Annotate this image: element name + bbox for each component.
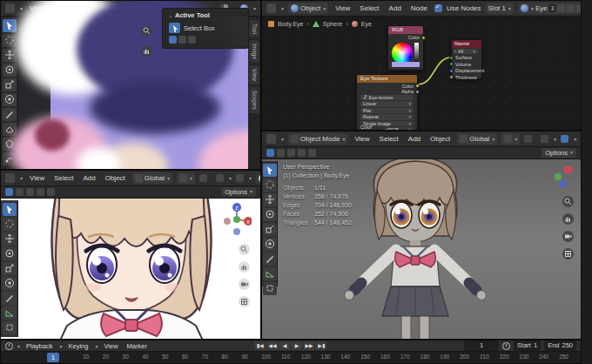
select-mode-intersect-icon[interactable] [47,188,55,196]
cursor-tool[interactable] [3,218,17,231]
rgb-node[interactable]: RGB Color [387,25,424,71]
gizmo-x-axis[interactable] [564,165,573,174]
show-gizmo-icon[interactable] [541,135,548,143]
shield-icon[interactable] [557,4,565,12]
current-frame-field[interactable]: 1 [464,340,499,351]
node-canvas[interactable]: Body.Eye Sphere Eye RGB Color [262,17,581,130]
auto-keying-icon[interactable] [502,342,510,350]
options-dropdown[interactable]: Options▾ [221,187,256,197]
menu-view[interactable]: View [352,135,372,143]
menu-node[interactable]: Node [408,4,430,12]
pan-hand-icon[interactable] [239,261,250,273]
transport-button[interactable]: ▶▶ [304,341,315,350]
playhead[interactable]: 1 [47,353,59,362]
side-tab[interactable]: Scopes [249,87,259,113]
side-tab[interactable]: Tool [249,20,259,37]
orthographic-toggle-icon[interactable] [239,296,250,307]
end-frame-field[interactable]: End250 [544,340,576,351]
menu-select[interactable]: Select [377,135,401,143]
select-mode-extend-icon[interactable] [178,36,186,44]
viewport-right-canvas[interactable]: User Perspective (1) Collection | Body.E… [262,159,581,339]
menu-object[interactable]: Object [103,174,128,182]
add-cube-tool[interactable] [3,321,17,334]
select-box-tool[interactable] [3,19,17,32]
unlink-material-icon[interactable] [576,4,582,12]
transform-tool[interactable] [3,277,17,290]
displacement-socket[interactable] [449,69,454,73]
mode-dropdown[interactable]: Object Mode▾ [288,133,347,145]
scale-tool[interactable] [3,262,17,275]
camera-view-icon[interactable] [562,231,574,242]
copy-material-icon[interactable] [567,4,575,12]
editor-type-shader-icon[interactable] [266,3,276,13]
editor-type-3dview-icon[interactable] [266,134,276,144]
proportional-editing-icon[interactable] [199,174,207,182]
menu-playback[interactable]: Playback [24,342,55,350]
material-datablock[interactable]: ▾ Eye 3 [518,3,582,14]
thickness-socket[interactable] [449,75,454,79]
grease-erase-tool[interactable] [3,123,17,136]
rgb-node-header[interactable]: RGB [388,26,423,34]
gizmo-y-axis[interactable] [555,173,562,180]
image-texture-header[interactable]: Eye Texture [357,75,417,83]
move-tool[interactable] [3,49,17,62]
menu-add[interactable]: Add [80,174,98,182]
transport-button[interactable]: ▶▮ [316,341,327,350]
texture-image-selector[interactable]: Eye-texture [360,95,414,101]
select-box-tool[interactable] [3,203,17,216]
camera-view-icon[interactable] [239,279,250,290]
volume-socket[interactable] [449,62,454,66]
material-output-header[interactable]: Material Output [452,40,481,48]
transform-tool[interactable] [263,238,277,251]
extension-dropdown[interactable]: Repeat▾ [360,114,414,120]
output-target-dropdown[interactable]: All▾ [455,49,478,55]
gizmo-x-neg[interactable] [224,218,231,225]
transform-orientation-dropdown[interactable]: Global▾ [457,133,497,145]
menu-object[interactable]: Object [427,135,453,143]
rotate-tool[interactable] [263,208,277,221]
select-mode-subtract-icon[interactable] [188,36,196,44]
editor-type-timeline-icon[interactable] [5,342,13,350]
transform-orientation-dropdown[interactable]: Global▾ [132,172,172,184]
start-frame-field[interactable]: Start1 [514,340,541,351]
pan-hand-icon[interactable] [141,45,152,57]
color-swatch[interactable] [392,62,420,67]
viewport-left-canvas[interactable]: Z X [1,199,260,339]
proportional-editing-icon[interactable] [524,135,532,143]
cursor-tool[interactable] [263,179,277,192]
snapping-group[interactable]: ▾ [501,133,520,145]
timeline-ruler[interactable]: 1020304050607080901001101201301401501601… [1,352,581,364]
interpolation-dropdown[interactable]: Linear▾ [360,101,414,107]
menu-add[interactable]: Add [406,135,423,143]
scale-tool[interactable] [3,78,17,91]
material-output-node[interactable]: Material Output All▾ Surface Volume Disp… [451,39,482,79]
side-tab[interactable]: View [249,65,259,84]
annotate-tool[interactable] [3,108,17,121]
transport-button[interactable]: ◀◀ [266,341,278,350]
annotate-tool[interactable] [263,253,277,266]
value-slider[interactable] [414,43,419,64]
rotate-tool[interactable] [3,247,17,260]
annotate-tool[interactable] [3,292,17,305]
options-dropdown[interactable]: Options▾ [542,148,576,158]
move-tool[interactable] [3,233,17,246]
zoom-icon[interactable] [141,25,152,37]
projection-dropdown[interactable]: Flat▾ [360,108,414,114]
select-box-tool[interactable] [263,164,277,177]
menu-view[interactable]: View [333,4,353,12]
measure-tool[interactable] [263,267,277,280]
cursor-tool[interactable] [3,34,17,47]
rgb-color-output-socket[interactable] [421,36,426,40]
select-mode-subtract-icon[interactable] [287,149,295,157]
select-mode-invert-icon[interactable] [298,149,306,157]
editor-type-3dview-icon[interactable] [5,173,15,183]
show-gizmo-icon[interactable] [216,174,224,182]
slot-dropdown[interactable]: Slot 1▾ [486,3,514,14]
move-tool[interactable] [263,193,277,206]
menu-marker[interactable]: Marker [124,342,150,350]
navigation-gizmo[interactable]: Z X [222,202,252,239]
collapse-icon[interactable]: ⌄ [168,12,172,18]
add-cube-tool[interactable] [263,282,277,295]
pan-hand-icon[interactable] [562,213,574,225]
select-mode-new-icon[interactable] [5,188,13,196]
